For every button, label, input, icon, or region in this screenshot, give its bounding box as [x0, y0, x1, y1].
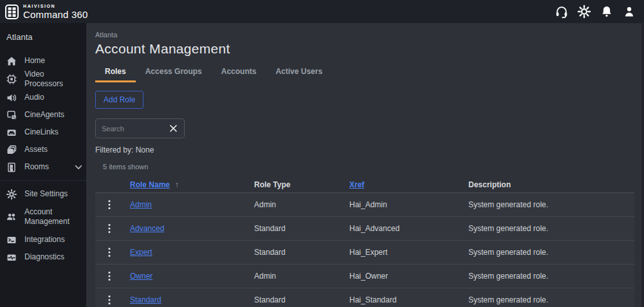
settings-gear-icon[interactable] — [577, 5, 591, 19]
sidebar-item-cineagents[interactable]: CineAgents — [0, 106, 86, 124]
table-row: Expert Standard Hai_Expert System genera… — [95, 241, 634, 265]
table-row: Standard Standard Hai_Standard System ge… — [95, 288, 634, 307]
account-person-icon[interactable] — [622, 5, 636, 19]
sidebar-item-home[interactable]: Home — [0, 52, 86, 70]
sidebar-divider — [0, 180, 86, 181]
page-title: Account Management — [95, 41, 634, 57]
search-input[interactable] — [102, 125, 168, 133]
row-actions-kebab-icon[interactable] — [95, 271, 130, 281]
column-header-xref[interactable]: Xref — [349, 180, 468, 189]
sidebar-item-video-processors[interactable]: Video Processors — [0, 70, 86, 89]
gear-icon — [6, 189, 17, 200]
sidebar-item-diagnostics[interactable]: Diagnostics — [0, 248, 86, 266]
table-row: Advanced Standard Hai_Advanced System ge… — [95, 217, 634, 241]
role-name-link[interactable]: Standard — [130, 295, 254, 304]
xref-cell: Hai_Expert — [349, 248, 468, 257]
terminal-icon — [6, 235, 17, 245]
role-name-link[interactable]: Admin — [130, 200, 254, 209]
support-headset-icon[interactable] — [555, 5, 569, 19]
row-actions-kebab-icon[interactable] — [95, 247, 130, 257]
row-actions-kebab-icon[interactable] — [95, 223, 130, 234]
role-type-cell: Standard — [254, 295, 349, 304]
breadcrumb-location: Atlanta — [95, 31, 634, 39]
home-icon — [6, 56, 17, 66]
processor-chip-icon — [6, 74, 17, 84]
top-bar: HAIVISION Command 360 — [0, 0, 644, 23]
description-cell: System generated role. — [468, 248, 634, 257]
sidebar-item-cinelinks[interactable]: CineLinks — [0, 124, 86, 141]
sidebar-item-account-management[interactable]: Account Management — [0, 203, 86, 231]
search-box — [95, 118, 185, 138]
cinelinks-port-icon — [6, 127, 17, 138]
xref-cell: Hai_Standard — [349, 295, 468, 304]
sidebar-item-audio[interactable]: Audio — [0, 89, 86, 106]
sidebar-location-label: Atlanta — [0, 31, 86, 42]
role-type-cell: Admin — [254, 272, 349, 281]
sidebar-item-site-settings[interactable]: Site Settings — [0, 185, 86, 203]
column-header-role-name[interactable]: Role Name↑ — [130, 180, 254, 189]
sidebar-item-rooms[interactable]: Rooms — [0, 158, 86, 176]
tab-access-groups[interactable]: Access Groups — [136, 63, 212, 82]
diagnostics-pulse-icon — [6, 252, 17, 263]
roles-table: Role Name↑ Role Type Xref Description Ad… — [95, 176, 634, 307]
xref-cell: Hai_Advanced — [349, 224, 468, 233]
role-name-link[interactable]: Expert — [130, 248, 254, 257]
row-actions-kebab-icon[interactable] — [95, 295, 130, 305]
haivision-logo-icon — [5, 5, 19, 19]
column-header-role-type: Role Type — [254, 180, 349, 189]
clear-search-icon[interactable] — [168, 124, 178, 134]
row-actions-kebab-icon[interactable] — [95, 200, 130, 210]
tab-accounts[interactable]: Accounts — [212, 63, 266, 82]
tab-active-users[interactable]: Active Users — [266, 63, 332, 82]
product-name: Command 360 — [23, 10, 88, 19]
description-cell: System generated role. — [468, 224, 634, 233]
role-type-cell: Admin — [254, 200, 349, 209]
sidebar-item-integrations[interactable]: Integrations — [0, 231, 86, 248]
xref-cell: Hai_Admin — [349, 200, 468, 209]
scrollbar-track[interactable] — [641, 23, 644, 307]
role-type-cell: Standard — [254, 224, 349, 233]
door-icon — [6, 162, 17, 172]
column-header-description: Description — [468, 180, 634, 189]
users-icon — [6, 212, 17, 222]
filter-status: Filtered by: None — [95, 145, 634, 154]
tab-bar: Roles Access Groups Accounts Active User… — [95, 63, 634, 82]
role-type-cell: Standard — [254, 248, 349, 257]
sidebar-item-assets[interactable]: Assets — [0, 141, 86, 158]
table-row: Admin Admin Hai_Admin System generated r… — [95, 193, 634, 217]
sort-ascending-icon: ↑ — [175, 180, 179, 189]
main-content: Atlanta Account Management Roles Access … — [86, 23, 644, 307]
speaker-icon — [6, 93, 17, 103]
items-count: 5 items shown — [103, 163, 634, 171]
xref-cell: Hai_Owner — [349, 272, 468, 281]
add-role-button[interactable]: Add Role — [95, 91, 143, 109]
description-cell: System generated role. — [468, 200, 634, 209]
role-name-link[interactable]: Advanced — [130, 224, 254, 233]
brand-logo: HAIVISION Command 360 — [5, 4, 88, 19]
cineagents-windows-icon — [6, 110, 17, 120]
tab-roles[interactable]: Roles — [95, 63, 136, 82]
sidebar: Atlanta Home — [0, 23, 86, 307]
description-cell: System generated role. — [468, 272, 634, 281]
table-header-row: Role Name↑ Role Type Xref Description — [95, 176, 634, 193]
description-cell: System generated role. — [468, 295, 634, 304]
table-row: Owner Admin Hai_Owner System generated r… — [95, 265, 634, 288]
brand-name: HAIVISION — [23, 4, 88, 8]
chevron-down-icon[interactable] — [75, 165, 82, 170]
notifications-bell-icon[interactable] — [600, 5, 614, 19]
assets-layers-icon — [6, 145, 17, 155]
role-name-link[interactable]: Owner — [130, 272, 254, 281]
